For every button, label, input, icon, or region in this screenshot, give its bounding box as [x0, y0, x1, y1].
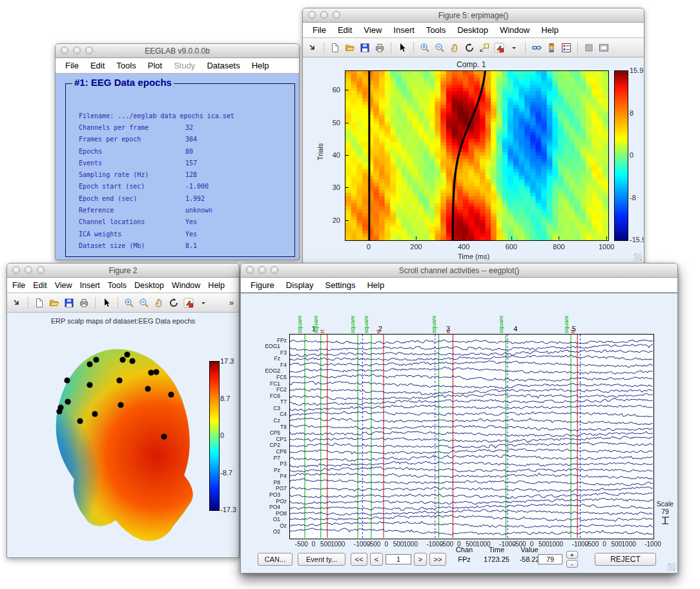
cursor-icon[interactable] [101, 297, 112, 309]
eeg-traces-plot[interactable] [290, 335, 653, 538]
menu-item-help[interactable]: Help [246, 61, 275, 70]
cursor-icon[interactable] [396, 42, 408, 54]
minimize-button[interactable] [73, 46, 81, 54]
menu-item-view[interactable]: View [358, 25, 387, 35]
brush-icon[interactable] [183, 297, 194, 309]
menu-item-display[interactable]: Display [280, 280, 320, 290]
zoom-button[interactable] [85, 46, 93, 54]
scale-decrease-button[interactable]: - [566, 560, 578, 568]
electrode-dot [64, 377, 70, 383]
minimize-button[interactable] [320, 11, 328, 19]
pan-hand-icon[interactable] [449, 42, 460, 54]
new-doc-icon[interactable] [34, 297, 45, 309]
event-label-rt: rt [319, 330, 325, 334]
page-number-input[interactable] [386, 554, 411, 564]
menu-item-edit[interactable]: Edit [85, 61, 110, 70]
titlebar[interactable]: Figure 5: erpimage() [303, 8, 644, 23]
zoom-in-icon[interactable] [419, 42, 431, 54]
menu-item-datasets[interactable]: Datasets [201, 61, 245, 70]
menu-item-window[interactable]: Window [494, 25, 535, 35]
menu-item-desktop[interactable]: Desktop [130, 281, 168, 290]
zoom-out-icon[interactable] [434, 42, 446, 54]
scale-input[interactable] [538, 554, 562, 564]
show-plot-tools-icon[interactable] [598, 42, 610, 54]
data-cursor-icon[interactable] [479, 42, 490, 54]
menu-item-desktop[interactable]: Desktop [451, 25, 494, 35]
titlebar[interactable]: EEGLAB v9.0.0.0b [56, 44, 299, 58]
menu-item-help[interactable]: Help [204, 281, 229, 290]
close-button[interactable] [12, 266, 20, 274]
dataset-info-row: Sampling rate (Hz)128 [79, 169, 289, 180]
menu-item-tools[interactable]: Tools [110, 61, 141, 70]
reject-button[interactable]: REJECT [595, 553, 656, 566]
colorbar-tick-label: 8 [630, 109, 633, 117]
page-back-fast-button[interactable]: << [351, 553, 367, 566]
dataset-info-row: Epochs80 [79, 145, 289, 157]
save-icon[interactable] [63, 297, 75, 309]
channel-label-o1: O1 [273, 517, 280, 522]
rotate-3d-icon[interactable] [168, 297, 180, 309]
hide-plot-tools-icon[interactable] [583, 42, 595, 54]
menu-item-insert[interactable]: Insert [387, 25, 420, 35]
minimize-button[interactable] [258, 266, 266, 274]
colorbar-tick-label: -17.3 [220, 506, 236, 513]
zoom-button[interactable] [271, 266, 278, 274]
menu-item-help[interactable]: Help [535, 25, 564, 35]
event-types-button[interactable]: Event ty... [298, 553, 345, 566]
event-marker-labels: square1squarertsquaresquare2rtsquare3rts… [289, 297, 653, 333]
menu-item-edit[interactable]: Edit [29, 281, 51, 290]
dock-arrow-icon[interactable] [307, 42, 318, 54]
channel-label-t7: T7 [280, 399, 287, 405]
resize-grip[interactable] [634, 253, 642, 261]
save-icon[interactable] [359, 42, 371, 54]
menu-item-file[interactable]: File [307, 25, 332, 35]
page-forward-fast-button[interactable]: >> [429, 553, 446, 566]
zoom-button[interactable] [333, 11, 340, 19]
new-doc-icon[interactable] [329, 42, 341, 54]
print-icon[interactable] [374, 42, 386, 54]
colorbar-icon[interactable] [546, 42, 557, 54]
open-folder-icon[interactable] [48, 297, 60, 309]
zoom-out-icon[interactable] [138, 297, 150, 309]
menu-item-study[interactable]: Study [168, 61, 201, 70]
legend-icon[interactable] [561, 42, 572, 54]
toolbar-overflow-chevron[interactable]: » [229, 298, 235, 307]
menu-item-file[interactable]: File [59, 61, 85, 70]
menu-item-file[interactable]: File [8, 281, 29, 290]
close-button[interactable] [308, 11, 316, 19]
close-button[interactable] [61, 46, 68, 54]
titlebar[interactable]: Figure 2 [7, 264, 239, 278]
zoom-in-icon[interactable] [123, 297, 135, 309]
menu-item-figure[interactable]: Figure [245, 280, 280, 290]
link-plots-icon[interactable] [531, 42, 542, 54]
menu-item-insert[interactable]: Insert [76, 281, 104, 290]
menu-item-tools[interactable]: Tools [104, 281, 130, 290]
menu-item-help[interactable]: Help [361, 280, 390, 290]
caret-down-icon[interactable] [508, 42, 520, 54]
minimize-button[interactable] [25, 266, 32, 274]
titlebar[interactable]: Scroll channel activities -- eegplot() [241, 264, 677, 278]
dock-arrow-icon[interactable] [11, 297, 23, 309]
time-tick-label: -500 [586, 541, 599, 548]
scale-increase-button[interactable]: + [566, 551, 578, 559]
brush-icon[interactable] [493, 42, 505, 54]
menu-item-window[interactable]: Window [168, 281, 204, 290]
page-forward-button[interactable]: > [414, 553, 427, 566]
event-label-square: square [498, 315, 504, 333]
menu-item-plot[interactable]: Plot [142, 61, 168, 70]
print-icon[interactable] [78, 297, 90, 309]
menu-item-tools[interactable]: Tools [420, 25, 451, 35]
zoom-button[interactable] [37, 266, 45, 274]
menu-item-view[interactable]: View [51, 281, 76, 290]
resize-grip[interactable] [668, 563, 675, 571]
pan-hand-icon[interactable] [153, 297, 165, 309]
menu-item-edit[interactable]: Edit [332, 25, 358, 35]
open-folder-icon[interactable] [344, 42, 356, 54]
close-button[interactable] [246, 266, 254, 274]
rotate-3d-icon[interactable] [464, 42, 475, 54]
menu-item-settings[interactable]: Settings [319, 280, 361, 290]
event-label-square: square [313, 315, 319, 333]
cancel-button[interactable]: CAN... [258, 553, 293, 566]
page-back-button[interactable]: < [370, 553, 383, 566]
caret-down-icon[interactable] [198, 297, 209, 309]
